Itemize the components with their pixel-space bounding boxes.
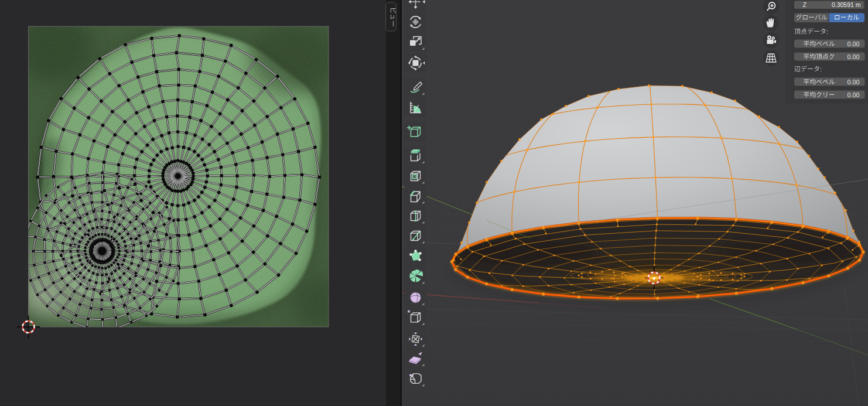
svg-text:0.00: 0.00: [847, 53, 859, 60]
svg-text::: :: [820, 66, 822, 73]
svg-text:0.00: 0.00: [847, 91, 859, 98]
svg-text::: :: [826, 28, 828, 35]
svg-text:0.30591 m: 0.30591 m: [832, 1, 861, 8]
svg-text:Z: Z: [803, 1, 807, 8]
svg-text:0.00: 0.00: [847, 40, 859, 47]
svg-text:0.00: 0.00: [847, 79, 859, 86]
